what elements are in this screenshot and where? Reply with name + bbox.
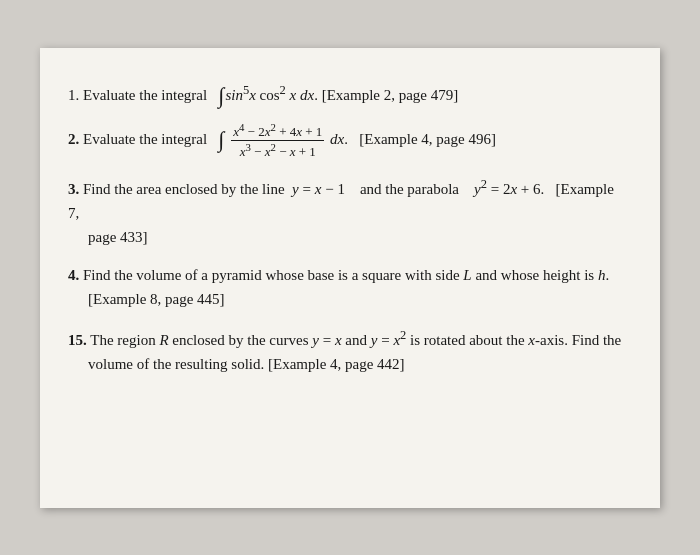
problem-3-intro: Find the area enclosed by the line y = x… [68, 181, 614, 221]
problem-2-dx: dx. [330, 131, 355, 147]
paper-content: 1. Evaluate the integral ∫sin5x cos2 x d… [40, 48, 660, 508]
problem-15-continuation: volume of the resulting solid. [Example … [68, 352, 624, 376]
problem-4: 4. Find the volume of a pyramid whose ba… [68, 263, 624, 311]
problem-15: 15. The region R enclosed by the curves … [68, 325, 624, 376]
problem-15-number: 15. [68, 332, 87, 348]
integral-symbol-1: ∫ [218, 83, 224, 108]
problem-2: 2. Evaluate the integral ∫ x4 − 2x2 + 4x… [68, 121, 624, 160]
problem-3: 3. Find the area enclosed by the line y … [68, 174, 624, 249]
fraction-denominator: x3 − x2 − x + 1 [238, 141, 318, 160]
problem-4-continuation: [Example 8, page 445] [68, 287, 624, 311]
problem-2-reference: [Example 4, page 496] [359, 131, 496, 147]
problem-1-intro: Evaluate the integral [83, 87, 215, 103]
problem-1: 1. Evaluate the integral ∫sin5x cos2 x d… [68, 80, 624, 108]
problem-2-intro: Evaluate the integral [83, 131, 215, 147]
problem-3-continuation: page 433] [68, 225, 624, 249]
problem-1-number: 1. [68, 87, 79, 103]
problem-1-math: sin5x cos2 x dx. [225, 87, 318, 103]
problem-2-number: 2. [68, 131, 79, 147]
fraction-numerator: x4 − 2x2 + 4x + 1 [231, 121, 324, 141]
problem-1-reference: [Example 2, page 479] [322, 87, 459, 103]
integral-symbol-2: ∫ [218, 127, 224, 152]
problem-2-fraction: x4 − 2x2 + 4x + 1 x3 − x2 − x + 1 [231, 121, 324, 160]
problem-4-number: 4. [68, 267, 79, 283]
problem-15-text: The region R enclosed by the curves y = … [90, 332, 621, 348]
problem-4-text: Find the volume of a pyramid whose base … [83, 267, 609, 283]
problem-3-number: 3. [68, 181, 79, 197]
